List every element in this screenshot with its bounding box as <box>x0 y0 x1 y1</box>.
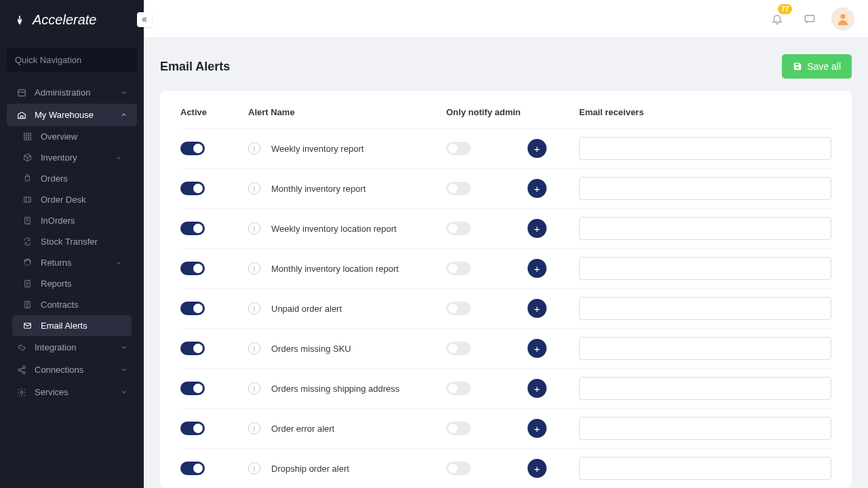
chevron-down-icon <box>115 155 122 161</box>
alert-name: Orders missing shipping address <box>271 384 399 394</box>
active-toggle[interactable] <box>180 142 205 155</box>
overview-icon <box>23 132 33 142</box>
sidebar-item-inorders[interactable]: InOrders <box>12 210 132 231</box>
alert-row: iWeekly inventory report+ <box>180 129 831 169</box>
add-receiver-button[interactable]: + <box>528 139 547 158</box>
alert-name: Dropship order alert <box>271 464 349 474</box>
integration-icon <box>16 342 26 352</box>
email-receivers-input[interactable] <box>579 377 831 400</box>
connections-icon <box>16 365 26 375</box>
add-receiver-button[interactable]: + <box>528 339 547 358</box>
add-receiver-button[interactable]: + <box>528 299 547 318</box>
orders-icon <box>23 174 33 184</box>
add-receiver-button[interactable]: + <box>528 379 547 398</box>
email-receivers-input[interactable] <box>579 137 831 160</box>
alert-name: Monthly inventory location report <box>271 264 399 274</box>
chevron-down-icon <box>120 89 127 96</box>
email-receivers-input[interactable] <box>579 217 831 240</box>
only-admin-toggle[interactable] <box>446 342 471 355</box>
only-admin-toggle[interactable] <box>446 382 471 395</box>
email-receivers-input[interactable] <box>579 177 831 200</box>
active-toggle[interactable] <box>180 302 205 315</box>
only-admin-toggle[interactable] <box>446 462 471 475</box>
add-receiver-button[interactable]: + <box>528 179 547 198</box>
svg-rect-4 <box>28 137 31 140</box>
active-toggle[interactable] <box>180 462 205 475</box>
sidebar-item-stock-transfer[interactable]: Stock Transfer <box>12 231 132 252</box>
svg-rect-1 <box>24 133 27 136</box>
info-icon[interactable]: i <box>248 142 260 155</box>
svg-point-11 <box>18 369 20 371</box>
only-admin-toggle[interactable] <box>446 182 471 195</box>
active-toggle[interactable] <box>180 382 205 395</box>
sidebar-item-orders[interactable]: Orders <box>12 168 132 189</box>
alert-row: iUnpaid order alert+ <box>180 289 831 329</box>
sidebar-item-order-desk[interactable]: Order Desk <box>12 189 132 210</box>
stock-transfer-icon <box>23 237 33 247</box>
email-receivers-input[interactable] <box>579 297 831 320</box>
quick-navigation[interactable]: Quick Navigation <box>7 48 137 72</box>
only-admin-toggle[interactable] <box>446 262 471 275</box>
active-toggle[interactable] <box>180 182 205 195</box>
notifications-button[interactable]: 77 <box>766 8 788 30</box>
contracts-icon <box>23 300 33 310</box>
info-icon[interactable]: i <box>248 382 260 394</box>
alert-row: iOrder error alert+ <box>180 409 831 449</box>
chevron-down-icon <box>115 260 122 266</box>
sidebar-item-inventory[interactable]: Inventory <box>12 147 132 168</box>
nav-integration[interactable]: Integration <box>7 336 137 359</box>
messages-button[interactable] <box>799 8 821 30</box>
add-receiver-button[interactable]: + <box>528 219 547 238</box>
alert-name: Weekly inventory report <box>271 144 363 154</box>
email-alerts-icon <box>23 321 33 331</box>
only-admin-toggle[interactable] <box>446 222 471 235</box>
notifications-badge: 77 <box>778 4 792 14</box>
admin-icon <box>16 87 26 98</box>
only-admin-toggle[interactable] <box>446 142 471 155</box>
only-admin-toggle[interactable] <box>446 422 471 435</box>
add-receiver-button[interactable]: + <box>528 259 547 278</box>
alert-name: Order error alert <box>271 424 334 434</box>
add-receiver-button[interactable]: + <box>528 419 547 438</box>
email-receivers-input[interactable] <box>579 417 831 440</box>
only-admin-toggle[interactable] <box>446 302 471 315</box>
inventory-icon <box>23 153 33 163</box>
sidebar-item-returns[interactable]: Returns <box>12 252 132 273</box>
sidebar-item-email-alerts[interactable]: Email Alerts <box>12 315 132 336</box>
order-desk-icon <box>23 195 33 205</box>
info-icon[interactable]: i <box>248 422 260 434</box>
user-avatar[interactable] <box>831 7 854 30</box>
active-toggle[interactable] <box>180 342 205 355</box>
email-receivers-input[interactable] <box>579 457 831 480</box>
alert-row: iDropship order alert+ <box>180 449 831 488</box>
active-toggle[interactable] <box>180 222 205 235</box>
add-receiver-button[interactable]: + <box>528 459 547 478</box>
info-icon[interactable]: i <box>248 262 260 274</box>
svg-rect-5 <box>24 197 31 202</box>
info-icon[interactable]: i <box>248 462 260 474</box>
save-icon <box>793 62 802 71</box>
nav-my-warehouse[interactable]: My Warehouse <box>7 104 137 126</box>
save-all-button[interactable]: Save all <box>782 54 852 79</box>
active-toggle[interactable] <box>180 262 205 275</box>
nav-services[interactable]: Services <box>7 381 137 403</box>
nav-administration[interactable]: Administration <box>7 81 137 104</box>
sidebar-item-contracts[interactable]: Contracts <box>12 294 132 315</box>
alert-name: Monthly inventory report <box>271 184 366 194</box>
sidebar-collapse-button[interactable] <box>137 12 152 27</box>
nav-connections[interactable]: Connections <box>7 359 137 381</box>
info-icon[interactable]: i <box>248 182 260 195</box>
brand-logo[interactable]: Accelerate <box>0 0 144 40</box>
sidebar-item-reports[interactable]: Reports <box>12 273 132 294</box>
email-receivers-input[interactable] <box>579 337 831 360</box>
info-icon[interactable]: i <box>248 302 260 314</box>
active-toggle[interactable] <box>180 422 205 435</box>
brand-icon <box>14 14 26 26</box>
warehouse-icon <box>16 110 26 120</box>
info-icon[interactable]: i <box>248 342 260 354</box>
svg-rect-3 <box>24 137 27 140</box>
sidebar-item-overview[interactable]: Overview <box>12 126 132 147</box>
email-receivers-input[interactable] <box>579 257 831 280</box>
info-icon[interactable]: i <box>248 222 260 235</box>
header-receivers: Email receivers <box>579 107 831 117</box>
